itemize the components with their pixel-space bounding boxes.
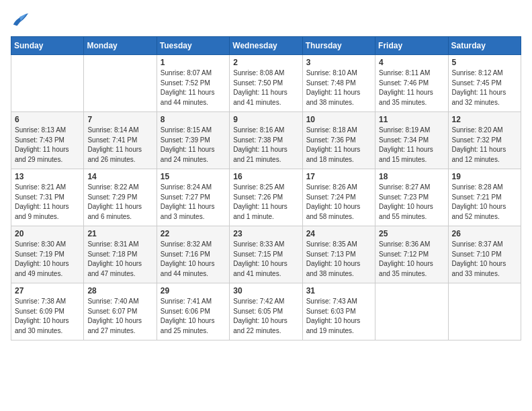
calendar-cell: 7Sunrise: 8:14 AM Sunset: 7:41 PM Daylig…	[84, 112, 157, 169]
day-number: 4	[379, 58, 444, 67]
week-row-5: 27Sunrise: 7:38 AM Sunset: 6:09 PM Dayli…	[11, 283, 521, 340]
calendar-cell: 30Sunrise: 7:42 AM Sunset: 6:05 PM Dayli…	[230, 283, 302, 340]
day-info: Sunrise: 8:15 AM Sunset: 7:39 PM Dayligh…	[161, 126, 226, 165]
day-info: Sunrise: 7:41 AM Sunset: 6:06 PM Dayligh…	[161, 297, 226, 336]
day-info: Sunrise: 8:21 AM Sunset: 7:31 PM Dayligh…	[15, 183, 80, 222]
calendar-cell: 3Sunrise: 8:10 AM Sunset: 7:48 PM Daylig…	[302, 55, 375, 112]
calendar-cell: 15Sunrise: 8:24 AM Sunset: 7:27 PM Dayli…	[157, 169, 229, 226]
calendar-cell: 13Sunrise: 8:21 AM Sunset: 7:31 PM Dayli…	[11, 169, 84, 226]
week-row-1: 1Sunrise: 8:07 AM Sunset: 7:52 PM Daylig…	[11, 55, 521, 112]
day-info: Sunrise: 8:30 AM Sunset: 7:19 PM Dayligh…	[15, 240, 80, 279]
day-number: 1	[161, 58, 226, 67]
col-header-monday: Monday	[84, 37, 157, 55]
day-info: Sunrise: 7:42 AM Sunset: 6:05 PM Dayligh…	[233, 297, 298, 336]
col-header-friday: Friday	[375, 37, 448, 55]
day-number: 30	[233, 286, 298, 295]
day-number: 17	[306, 172, 371, 181]
day-number: 20	[15, 229, 80, 238]
calendar-cell: 11Sunrise: 8:19 AM Sunset: 7:34 PM Dayli…	[375, 112, 448, 169]
day-number: 6	[15, 115, 80, 124]
calendar-cell: 2Sunrise: 8:08 AM Sunset: 7:50 PM Daylig…	[230, 55, 302, 112]
day-number: 12	[452, 115, 517, 124]
day-number: 7	[87, 115, 152, 124]
header-row: SundayMondayTuesdayWednesdayThursdayFrid…	[11, 37, 521, 55]
day-info: Sunrise: 8:08 AM Sunset: 7:50 PM Dayligh…	[233, 68, 298, 107]
calendar-cell: 24Sunrise: 8:35 AM Sunset: 7:13 PM Dayli…	[302, 226, 375, 283]
day-info: Sunrise: 8:27 AM Sunset: 7:23 PM Dayligh…	[379, 183, 444, 222]
day-number: 27	[15, 286, 80, 295]
day-info: Sunrise: 8:25 AM Sunset: 7:26 PM Dayligh…	[233, 183, 298, 222]
calendar-cell: 8Sunrise: 8:15 AM Sunset: 7:39 PM Daylig…	[157, 112, 229, 169]
day-info: Sunrise: 7:40 AM Sunset: 6:07 PM Dayligh…	[87, 297, 152, 336]
day-info: Sunrise: 7:38 AM Sunset: 6:09 PM Dayligh…	[15, 297, 80, 336]
day-info: Sunrise: 7:43 AM Sunset: 6:03 PM Dayligh…	[306, 297, 371, 336]
calendar-cell: 5Sunrise: 8:12 AM Sunset: 7:45 PM Daylig…	[448, 55, 521, 112]
col-header-tuesday: Tuesday	[157, 37, 229, 55]
calendar-cell: 20Sunrise: 8:30 AM Sunset: 7:19 PM Dayli…	[11, 226, 84, 283]
calendar-cell: 10Sunrise: 8:18 AM Sunset: 7:36 PM Dayli…	[302, 112, 375, 169]
day-number: 23	[233, 229, 298, 238]
day-info: Sunrise: 8:19 AM Sunset: 7:34 PM Dayligh…	[379, 126, 444, 165]
calendar-cell	[448, 283, 521, 340]
day-number: 15	[161, 172, 226, 181]
calendar-cell	[375, 283, 448, 340]
logo	[11, 11, 32, 30]
day-info: Sunrise: 8:20 AM Sunset: 7:32 PM Dayligh…	[452, 126, 517, 165]
day-number: 9	[233, 115, 298, 124]
day-info: Sunrise: 8:24 AM Sunset: 7:27 PM Dayligh…	[161, 183, 226, 222]
day-number: 31	[306, 286, 371, 295]
calendar-cell: 23Sunrise: 8:33 AM Sunset: 7:15 PM Dayli…	[230, 226, 302, 283]
day-info: Sunrise: 8:11 AM Sunset: 7:46 PM Dayligh…	[379, 68, 444, 107]
calendar-cell: 26Sunrise: 8:37 AM Sunset: 7:10 PM Dayli…	[448, 226, 521, 283]
col-header-wednesday: Wednesday	[230, 37, 302, 55]
day-number: 16	[233, 172, 298, 181]
day-info: Sunrise: 8:22 AM Sunset: 7:29 PM Dayligh…	[87, 183, 152, 222]
day-info: Sunrise: 8:28 AM Sunset: 7:21 PM Dayligh…	[452, 183, 517, 222]
day-number: 25	[379, 229, 444, 238]
calendar-cell: 27Sunrise: 7:38 AM Sunset: 6:09 PM Dayli…	[11, 283, 84, 340]
day-info: Sunrise: 8:18 AM Sunset: 7:36 PM Dayligh…	[306, 126, 371, 165]
calendar-cell: 16Sunrise: 8:25 AM Sunset: 7:26 PM Dayli…	[230, 169, 302, 226]
calendar-cell: 31Sunrise: 7:43 AM Sunset: 6:03 PM Dayli…	[302, 283, 375, 340]
col-header-sunday: Sunday	[11, 37, 84, 55]
day-number: 2	[233, 58, 298, 67]
day-number: 28	[87, 286, 152, 295]
week-row-3: 13Sunrise: 8:21 AM Sunset: 7:31 PM Dayli…	[11, 169, 521, 226]
day-info: Sunrise: 8:12 AM Sunset: 7:45 PM Dayligh…	[452, 68, 517, 107]
week-row-4: 20Sunrise: 8:30 AM Sunset: 7:19 PM Dayli…	[11, 226, 521, 283]
day-info: Sunrise: 8:32 AM Sunset: 7:16 PM Dayligh…	[161, 240, 226, 279]
day-number: 13	[15, 172, 80, 181]
logo-bird-icon	[11, 11, 30, 30]
calendar-cell: 9Sunrise: 8:16 AM Sunset: 7:38 PM Daylig…	[230, 112, 302, 169]
day-number: 29	[161, 286, 226, 295]
calendar-cell: 28Sunrise: 7:40 AM Sunset: 6:07 PM Dayli…	[84, 283, 157, 340]
day-number: 3	[306, 58, 371, 67]
calendar-cell: 22Sunrise: 8:32 AM Sunset: 7:16 PM Dayli…	[157, 226, 229, 283]
day-info: Sunrise: 8:26 AM Sunset: 7:24 PM Dayligh…	[306, 183, 371, 222]
day-info: Sunrise: 8:37 AM Sunset: 7:10 PM Dayligh…	[452, 240, 517, 279]
day-info: Sunrise: 8:31 AM Sunset: 7:18 PM Dayligh…	[87, 240, 152, 279]
calendar-cell: 19Sunrise: 8:28 AM Sunset: 7:21 PM Dayli…	[448, 169, 521, 226]
day-number: 5	[452, 58, 517, 67]
calendar-cell: 12Sunrise: 8:20 AM Sunset: 7:32 PM Dayli…	[448, 112, 521, 169]
calendar-cell: 4Sunrise: 8:11 AM Sunset: 7:46 PM Daylig…	[375, 55, 448, 112]
week-row-2: 6Sunrise: 8:13 AM Sunset: 7:43 PM Daylig…	[11, 112, 521, 169]
day-number: 11	[379, 115, 444, 124]
day-number: 24	[306, 229, 371, 238]
calendar-cell: 6Sunrise: 8:13 AM Sunset: 7:43 PM Daylig…	[11, 112, 84, 169]
day-number: 21	[87, 229, 152, 238]
day-info: Sunrise: 8:35 AM Sunset: 7:13 PM Dayligh…	[306, 240, 371, 279]
calendar-cell: 25Sunrise: 8:36 AM Sunset: 7:12 PM Dayli…	[375, 226, 448, 283]
day-number: 18	[379, 172, 444, 181]
calendar-cell: 17Sunrise: 8:26 AM Sunset: 7:24 PM Dayli…	[302, 169, 375, 226]
page-header	[11, 11, 521, 30]
day-info: Sunrise: 8:16 AM Sunset: 7:38 PM Dayligh…	[233, 126, 298, 165]
calendar-cell: 18Sunrise: 8:27 AM Sunset: 7:23 PM Dayli…	[375, 169, 448, 226]
col-header-thursday: Thursday	[302, 37, 375, 55]
day-info: Sunrise: 8:14 AM Sunset: 7:41 PM Dayligh…	[87, 126, 152, 165]
day-info: Sunrise: 8:33 AM Sunset: 7:15 PM Dayligh…	[233, 240, 298, 279]
day-info: Sunrise: 8:07 AM Sunset: 7:52 PM Dayligh…	[161, 68, 226, 107]
calendar-cell	[11, 55, 84, 112]
calendar-cell	[84, 55, 157, 112]
calendar-table: SundayMondayTuesdayWednesdayThursdayFrid…	[11, 36, 521, 340]
